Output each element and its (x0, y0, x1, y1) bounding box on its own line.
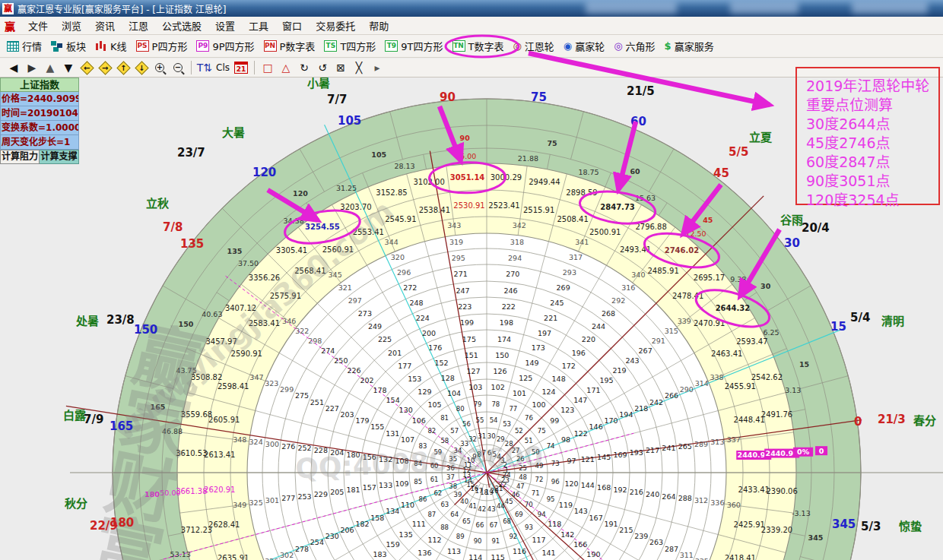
grid-icon (7, 41, 19, 52)
svg-text:42: 42 (478, 505, 486, 513)
menu-item-工具[interactable]: 工具 (242, 19, 275, 33)
svg-text:221: 221 (544, 314, 557, 322)
svg-text:38: 38 (449, 482, 457, 490)
menu-item-公式选股[interactable]: 公式选股 (155, 19, 208, 33)
svg-text:292: 292 (611, 296, 625, 305)
svg-text:340: 340 (631, 271, 645, 279)
menu-item-帮助[interactable]: 帮助 (362, 19, 395, 33)
menu-item-文件[interactable]: 文件 (21, 19, 55, 33)
svg-text:76: 76 (525, 414, 533, 422)
svg-text:-3.13: -3.13 (792, 509, 811, 517)
pan-left-button[interactable]: ← (78, 60, 96, 75)
toolbar-button-P四方形[interactable]: PSP四方形 (132, 37, 193, 55)
svg-text:53: 53 (503, 420, 511, 428)
svg-text:225: 225 (378, 335, 392, 343)
svg-text:3000.29: 3000.29 (491, 173, 522, 182)
select-box-button[interactable]: ▸ (368, 60, 386, 75)
svg-text:343: 343 (447, 221, 461, 229)
TS-icon: TS (324, 40, 337, 52)
menu-item-资讯[interactable]: 资讯 (88, 19, 122, 33)
zoom-in-button[interactable]: + (151, 60, 169, 75)
menu-item-设置[interactable]: 设置 (208, 19, 242, 33)
svg-text:100: 100 (532, 400, 545, 409)
svg-text:145: 145 (597, 453, 611, 461)
toolbar-button-9T四方形[interactable]: T99T四方形 (381, 37, 448, 55)
calc-support-button[interactable]: 计算支撑 (40, 150, 79, 164)
toolbar-button-江恩轮[interactable]: ◎江恩轮 (510, 37, 560, 55)
up-arrow-button[interactable]: ▲ (41, 60, 59, 75)
svg-text:99: 99 (550, 416, 559, 425)
svg-text:31: 31 (478, 432, 486, 440)
menu-item-窗口[interactable]: 窗口 (275, 19, 309, 33)
calc-resistance-button[interactable]: 计算阻力 (0, 150, 40, 164)
pan-down-button[interactable]: ↓ (132, 60, 151, 75)
TN-icon: TN (452, 40, 465, 52)
svg-text:155: 155 (370, 422, 384, 431)
svg-text:290: 290 (680, 385, 694, 394)
toolbar-button-行情[interactable]: 行情 (3, 37, 47, 55)
rotate-cw-button[interactable]: ↻ (295, 60, 313, 75)
panel-row: 周天变化步长=1 (0, 135, 79, 150)
menu-item-浏览[interactable]: 浏览 (55, 19, 88, 33)
toolbar-button-赢家服务[interactable]: $赢家服务 (661, 37, 719, 55)
target: ◎ (513, 41, 522, 52)
annotation-line: 60度2847点 (806, 153, 938, 172)
svg-text:2523.41: 2523.41 (488, 201, 519, 210)
zoom-out-button[interactable]: − (169, 60, 187, 75)
annotation-box: 2019年江恩轮中轮重要点位测算30度2644点45度2746点60度2847点… (795, 67, 940, 205)
cls-button-button[interactable]: Cls (214, 60, 232, 75)
toolbar-button-P数字表[interactable]: PNP数字表 (260, 37, 321, 55)
toolbar-button-T数字表[interactable]: TNT数字表 (449, 37, 510, 55)
svg-text:147: 147 (573, 396, 587, 404)
cls-button-icon: Cls (216, 62, 230, 73)
svg-text:34: 34 (454, 447, 462, 454)
svg-text:273: 273 (358, 309, 372, 318)
svg-text:124: 124 (542, 388, 556, 396)
titlebar-blur (586, 2, 677, 14)
kline-icon (95, 41, 107, 52)
t-updown-icon: T⇅ (197, 62, 212, 74)
svg-text:105: 105 (427, 400, 441, 409)
toolbar-button-K线[interactable]: K线 (91, 37, 132, 55)
title-bar: 赢 赢家江恩专业版[赢家服务平台] - [上证指数 江恩轮] (0, 0, 943, 17)
rotate-ccw-button[interactable]: ↺ (313, 60, 332, 75)
menu-item-交易委托[interactable]: 交易委托 (309, 19, 362, 33)
pan-right-button[interactable]: → (96, 60, 114, 75)
svg-text:317: 317 (569, 253, 583, 261)
svg-text:27: 27 (512, 447, 520, 454)
svg-text:2508.41: 2508.41 (557, 215, 588, 223)
down-arrow-button[interactable]: ▼ (59, 60, 78, 75)
svg-text:271: 271 (454, 270, 468, 278)
svg-text:25.00: 25.00 (456, 152, 476, 160)
toolbar-button-9P四方形[interactable]: P99P四方形 (192, 37, 259, 55)
svg-text:91: 91 (491, 537, 500, 545)
svg-text:151: 151 (465, 351, 478, 359)
pan-up-button[interactable]: ↑ (114, 60, 132, 75)
zoom-in-icon: + (155, 63, 164, 72)
svg-text:3457.97: 3457.97 (205, 337, 237, 346)
toolbar-button-赢家轮[interactable]: ◉赢家轮 (560, 37, 610, 55)
rect-tool-button[interactable]: □ (259, 60, 277, 75)
toolbar-label: P数字表 (280, 39, 316, 53)
prev-arrow-button[interactable]: ◀ (5, 60, 23, 75)
toolbar-button-六角形[interactable]: ◎六角形 (610, 37, 660, 55)
svg-text:2463.41: 2463.41 (711, 350, 742, 358)
center-cross-button[interactable]: ╳ (350, 60, 368, 75)
down-arrow-icon: ▼ (65, 62, 73, 74)
t-updown-button[interactable]: T⇅ (195, 60, 214, 75)
box-x-button[interactable]: ⊠ (332, 60, 350, 75)
menu-item-江恩[interactable]: 江恩 (122, 19, 155, 33)
toolbar-button-T四方形[interactable]: TST四方形 (320, 37, 381, 55)
triangle-tool-button[interactable]: △ (277, 60, 295, 75)
toolbar-label: 行情 (22, 39, 42, 53)
toolbar-button-板块[interactable]: 板块 (47, 37, 91, 55)
PN-icon: PN (264, 40, 277, 52)
svg-text:218: 218 (634, 404, 648, 413)
svg-text:56: 56 (462, 420, 471, 428)
T9-icon: T9 (385, 40, 398, 52)
svg-text:71: 71 (532, 489, 540, 497)
calendar-button[interactable]: 21 (232, 60, 250, 75)
next-arrow-button[interactable]: ▶ (23, 60, 41, 75)
svg-text:3559.68: 3559.68 (181, 410, 212, 419)
svg-text:109: 109 (395, 479, 408, 488)
